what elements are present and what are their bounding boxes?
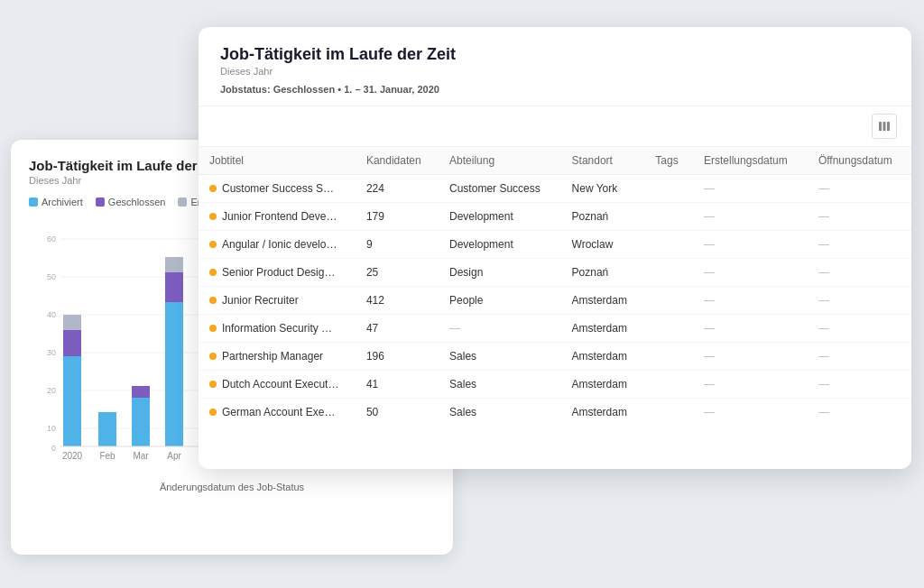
card-year: Dieses Jahr (220, 66, 890, 77)
columns-icon (878, 120, 891, 133)
cell-tags (644, 231, 693, 259)
cell-standort: New York (561, 175, 645, 203)
job-title-text: Senior Product Design… (222, 266, 339, 279)
svg-rect-13 (63, 356, 81, 446)
svg-rect-21 (165, 257, 183, 272)
job-dot (209, 409, 217, 416)
cell-erstellungsdatum: — (693, 231, 808, 259)
cell-kandidaten: 224 (356, 175, 439, 203)
cell-jobtitel: Information Security O… (199, 315, 356, 343)
cell-abteilung: Development (439, 231, 561, 259)
svg-text:2020: 2020 (62, 451, 83, 461)
table-row: Partnership Manager196SalesAmsterdam—— (199, 343, 911, 371)
legend-archived-label: Archiviert (42, 197, 83, 207)
cell-jobtitel: Junior Frontend Deve… (199, 203, 356, 231)
job-dot (209, 353, 217, 360)
table-container[interactable]: Jobtitel Kandidaten Abteilung Standort T… (199, 147, 911, 469)
svg-rect-16 (98, 412, 116, 446)
cell-abteilung: Sales (439, 399, 561, 427)
legend-closed-label: Geschlossen (108, 197, 166, 207)
cell-oeffnungsdatum: — (808, 315, 911, 343)
job-title-text: Information Security O… (222, 322, 339, 335)
svg-text:0: 0 (51, 444, 56, 453)
cell-erstellungsdatum: — (693, 259, 808, 287)
cell-oeffnungsdatum: — (808, 203, 911, 231)
table-row: Information Security O…47—Amsterdam—— (199, 315, 911, 343)
cell-jobtitel: Dutch Account Execut… (199, 371, 356, 399)
svg-text:10: 10 (47, 424, 56, 433)
svg-text:Feb: Feb (99, 451, 116, 461)
card-title: Job-Tätigkeit im Laufe der Zeit (220, 45, 890, 64)
svg-text:50: 50 (47, 272, 56, 281)
legend-archived-dot (29, 198, 38, 207)
cell-standort: Wroclaw (561, 231, 645, 259)
job-dot (209, 325, 217, 332)
cell-erstellungsdatum: — (693, 203, 808, 231)
svg-rect-14 (63, 330, 81, 356)
cell-kandidaten: 50 (356, 399, 439, 427)
cell-standort: Poznań (561, 203, 645, 231)
cell-kandidaten: 196 (356, 343, 439, 371)
col-jobtitel: Jobtitel (199, 147, 356, 175)
cell-oeffnungsdatum: — (808, 287, 911, 315)
job-title-text: Junior Recruiter (222, 294, 299, 307)
cell-erstellungsdatum: — (693, 371, 808, 399)
table-row: Junior Frontend Deve…179DevelopmentPozna… (199, 203, 911, 231)
svg-rect-15 (63, 315, 81, 330)
job-title-text: Customer Success Sp… (222, 182, 339, 195)
svg-text:Apr: Apr (167, 451, 181, 461)
card-header: Job-Tätigkeit im Laufe der Zeit Dieses J… (199, 27, 911, 106)
status-value: Geschlossen (273, 84, 335, 95)
cell-kandidaten: 9 (356, 231, 439, 259)
status-line: Jobstatus: Geschlossen • 1. – 31. Januar… (220, 84, 890, 95)
table-toolbar (199, 106, 911, 147)
col-kandidaten: Kandidaten (356, 147, 439, 175)
cell-kandidaten: 412 (356, 287, 439, 315)
cell-abteilung: Design (439, 259, 561, 287)
table-row: Senior Product Design…25DesignPoznań—— (199, 259, 911, 287)
legend-closed-dot (96, 198, 105, 207)
cell-tags (644, 287, 693, 315)
col-oeffnungsdatum: Öffnungsdatum (808, 147, 911, 175)
legend-closed: Geschlossen (96, 197, 166, 207)
cell-tags (644, 315, 693, 343)
cell-standort: Amsterdam (561, 343, 645, 371)
cell-standort: Poznań (561, 259, 645, 287)
cell-jobtitel: Partnership Manager (199, 343, 356, 371)
job-dot (209, 241, 217, 248)
svg-rect-57 (887, 122, 890, 131)
svg-rect-18 (132, 386, 150, 398)
svg-text:40: 40 (47, 310, 56, 319)
svg-text:60: 60 (47, 234, 56, 243)
cell-kandidaten: 25 (356, 259, 439, 287)
job-dot (209, 185, 217, 192)
job-dot (209, 297, 217, 304)
cell-jobtitel: Junior Recruiter (199, 287, 356, 315)
date-range: 1. – 31. Januar, 2020 (344, 84, 439, 95)
table-card: Job-Tätigkeit im Laufe der Zeit Dieses J… (199, 27, 911, 469)
svg-rect-20 (165, 272, 183, 302)
cell-abteilung: Customer Success (439, 175, 561, 203)
job-dot (209, 269, 217, 276)
cell-erstellungsdatum: — (693, 287, 808, 315)
table-body: Customer Success Sp…224Customer SuccessN… (199, 175, 911, 427)
table-row: Customer Success Sp…224Customer SuccessN… (199, 175, 911, 203)
cell-erstellungsdatum: — (693, 343, 808, 371)
legend-archived: Archiviert (29, 197, 83, 207)
cell-abteilung: People (439, 287, 561, 315)
cell-jobtitel: Senior Product Design… (199, 259, 356, 287)
cell-tags (644, 371, 693, 399)
job-title-text: Junior Frontend Deve… (222, 210, 337, 223)
table-row: German Account Exec…50SalesAmsterdam—— (199, 399, 911, 427)
job-dot (209, 213, 217, 220)
status-label: Jobstatus: (220, 84, 271, 95)
table-row: Angular / Ionic develo…9DevelopmentWrocl… (199, 231, 911, 259)
columns-button[interactable] (872, 114, 897, 139)
cell-jobtitel: German Account Exec… (199, 399, 356, 427)
svg-rect-17 (132, 398, 150, 446)
cell-oeffnungsdatum: — (808, 371, 911, 399)
table-header-row: Jobtitel Kandidaten Abteilung Standort T… (199, 147, 911, 175)
cell-tags (644, 399, 693, 427)
cell-standort: Amsterdam (561, 315, 645, 343)
x-axis-label: Änderungsdatum des Job-Status (29, 482, 435, 492)
